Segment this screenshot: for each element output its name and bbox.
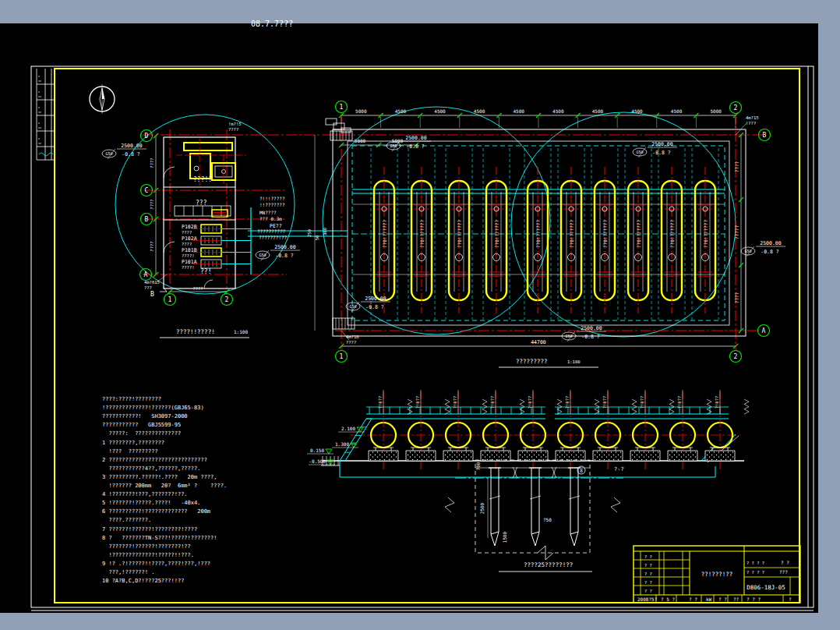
- note-line: ??????????? GBJ5599-95: [102, 422, 181, 428]
- titleblock-cell: ?: [789, 596, 792, 602]
- note-line: !?????????????!??????(GBJ65-83): [102, 405, 204, 411]
- section-mark: B: [150, 291, 154, 298]
- leader-note: ????: [346, 340, 356, 345]
- grid-bubble-label: C: [145, 187, 149, 194]
- dim-label: 4500: [474, 108, 485, 114]
- dim-label: ????: [734, 161, 739, 172]
- dim-label: 250: [307, 229, 312, 237]
- sheet-top-label: 08.7.7???: [251, 19, 293, 28]
- note-line: ???????????4??,??????,?????.: [102, 465, 200, 472]
- dim-label: ?????: [734, 225, 739, 239]
- pump-subtag: ????: [182, 242, 192, 246]
- elevation-marker: -0.500: [309, 458, 326, 464]
- note-line: 8 ? ???????TN-S???!?????!???????!: [102, 535, 217, 541]
- callout-value: 2500.00: [405, 135, 426, 141]
- titleblock-cell: ? ? ? ?: [746, 561, 764, 565]
- grid-bubble-label: 2: [734, 353, 738, 360]
- titleblock-cell: ? ?: [718, 596, 727, 602]
- dim-label: 2500: [479, 502, 485, 514]
- note-line: !?????? 200mm 20? 6mm² ? ????.: [102, 483, 227, 489]
- note-line: ???,!??????! .: [102, 569, 154, 575]
- note-line: ???????????! SH3097-2000: [102, 413, 188, 419]
- note-line: ???????!??????!???????!??: [102, 543, 191, 550]
- tank-tag: ?!0??: [415, 396, 420, 409]
- room-label: ???: [196, 200, 207, 207]
- titleblock-cell: ???: [779, 569, 788, 575]
- note-line: ?????: ??????????????: [102, 430, 181, 437]
- note-line: !??? ?????????: [102, 448, 158, 455]
- info-line: !!???????: [259, 202, 285, 207]
- grid-bubble-label: B: [763, 132, 767, 139]
- tank-tag: ?!0??: [453, 396, 457, 409]
- note-line: 2 ??????????????????????????????: [102, 457, 207, 463]
- pe-label: PE??: [270, 223, 282, 229]
- dim-label: 4500: [513, 108, 524, 114]
- dim-label: 5000: [355, 138, 366, 143]
- callout-offset: -0.8 ?: [761, 249, 779, 255]
- grid-bubble-label: 1: [168, 296, 172, 303]
- tank-tag: ?!0??: [565, 396, 570, 409]
- tank-tag: ?!0??: [677, 396, 682, 409]
- elevation-marker: 0.150: [310, 448, 324, 453]
- note-line: ????:????!????????: [102, 396, 161, 402]
- elevation-marker: 2.100: [341, 426, 355, 431]
- pump-subtag: ????!: [182, 265, 195, 270]
- view-caption: ????25?????!??: [524, 561, 573, 568]
- view-scale: 1:100: [234, 329, 248, 334]
- tank-tag: ??0!??????: [602, 220, 608, 249]
- leader-note: ????: [228, 127, 238, 132]
- note-line: 7 ??????!??????!????????!????: [102, 526, 197, 533]
- drawing-title: ??!???!??: [701, 571, 733, 578]
- tank-tag: ?!0??: [715, 396, 719, 409]
- callout-value: 2500.00: [121, 143, 142, 149]
- dim-label: 300: [323, 228, 327, 235]
- titleblock-cell: ? ?: [689, 596, 697, 602]
- cad-viewer: 08.7.7??????!??????!P102B????P102A????P1…: [0, 0, 840, 630]
- note-line: 6 ??????????!????????????? 200m: [102, 508, 210, 515]
- tank-tag: ?!0??: [490, 396, 495, 409]
- tank-tag: ?!0??: [640, 396, 644, 409]
- grid-bubble-label: 2: [225, 296, 229, 303]
- grid-bubble-label: 1: [340, 104, 344, 111]
- cad-drawing: 08.7.7??????!??????!P102B????P102A????P1…: [0, 0, 840, 630]
- tank-tag: ?!0??: [528, 396, 532, 409]
- titleblock-cell: 2008?5?: [637, 596, 658, 602]
- note-line: ????.???????.: [102, 517, 151, 523]
- section-label: ?-?: [614, 466, 624, 472]
- note-line: 1 ????????,????????: [102, 440, 164, 446]
- callout-offset: -0.8 ?: [122, 151, 140, 158]
- tank-tag: ?!0??: [378, 396, 383, 409]
- tank-tag: ??0!??????: [382, 220, 387, 249]
- callout-value: 2500.00: [651, 141, 672, 147]
- dim-label: 4500: [592, 108, 604, 114]
- grid-bubble-label: B: [145, 216, 149, 223]
- info-line: ??????????: [257, 228, 286, 234]
- elevation-marker: 1.300: [335, 441, 349, 447]
- grid-bubble-label: A: [144, 271, 148, 278]
- info-line: MN????: [259, 210, 277, 215]
- titleblock-cell: ? ? ?: [746, 596, 761, 602]
- tank-tag: ??0!??????: [535, 220, 541, 249]
- titleblock-cell: ? ?: [644, 572, 652, 576]
- callout-value: 2500.00: [365, 296, 386, 302]
- callout-offset: -0.8 ?: [652, 150, 671, 156]
- titleblock-cell: kW: [706, 596, 712, 602]
- callout-offset: -0.8 ?: [275, 253, 294, 259]
- tank-tag: ??0!??????: [636, 220, 641, 249]
- callout-value: 2500.00: [581, 325, 602, 331]
- note-line: 4 !???????!???,???????!??.: [102, 491, 188, 497]
- dim-label: 50: [315, 235, 319, 241]
- info-line: ?!!!?????: [259, 196, 285, 201]
- dim-label: 4500: [671, 108, 683, 114]
- callout-value: 2500.00: [760, 240, 781, 246]
- tank-tag: ??0!??????: [419, 220, 425, 249]
- note-line: !?????????????!?????!!???.: [102, 552, 194, 558]
- titleblock-cell: ? ?: [644, 554, 652, 559]
- drawing-number: D806-18J-05: [746, 584, 785, 591]
- dim-label: 44700: [531, 339, 546, 345]
- note-line: 5 !??????!?????.????! -40x4.: [102, 500, 200, 506]
- dim-label: ?50: [543, 517, 552, 522]
- grid-bubble-label: D: [145, 133, 149, 140]
- tank-tag: ??0!??????: [703, 220, 708, 249]
- titleblock-cell: ? ?: [781, 560, 789, 565]
